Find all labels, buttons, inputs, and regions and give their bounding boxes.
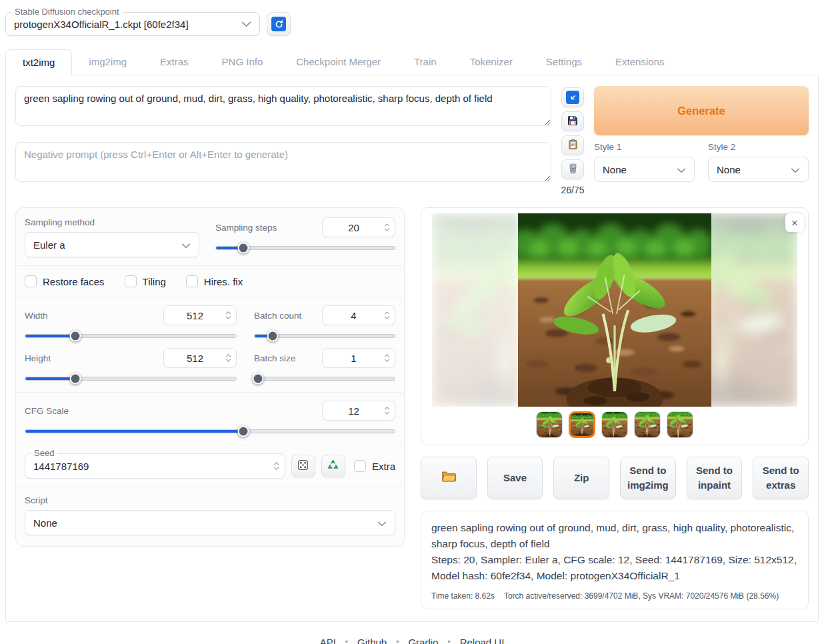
style2-label: Style 2 [708, 142, 809, 152]
style1-dropdown[interactable]: None [594, 157, 695, 182]
tab-png-info[interactable]: PNG Info [205, 49, 280, 75]
gallery-thumbnail[interactable] [634, 411, 661, 438]
tab-tokenizer[interactable]: Tokenizer [453, 49, 529, 75]
width-input[interactable] [163, 305, 237, 325]
hires-fix-checkbox[interactable]: Hires. fix [186, 275, 243, 287]
checkpoint-dropdown[interactable]: Stable Diffusion checkpoint protogenX34O… [5, 12, 260, 36]
generation-params-panel: Sampling method Euler a Sampling steps [15, 207, 405, 547]
spinner-arrows-icon[interactable] [382, 354, 390, 362]
spinner-arrows-icon[interactable] [382, 311, 390, 319]
save-style-button[interactable] [561, 111, 584, 131]
recycle-icon [327, 459, 339, 473]
checkpoint-row: Stable Diffusion checkpoint protogenX34O… [5, 12, 819, 36]
style2-dropdown[interactable]: None [708, 157, 809, 182]
gallery-side-preview [704, 213, 797, 407]
clipboard-icon [567, 139, 579, 152]
cfg-scale-input[interactable] [322, 401, 395, 421]
hires-fix-label: Hires. fix [204, 276, 243, 287]
spinner-arrows-icon[interactable] [382, 407, 390, 415]
send-to-img2img-button[interactable]: Send to img2img [620, 457, 676, 499]
batch-size-input[interactable] [322, 348, 395, 368]
tab-extensions[interactable]: Extensions [599, 49, 681, 75]
tab-txt2img[interactable]: txt2img [5, 49, 72, 75]
send-to-extras-button[interactable]: Send to extras [753, 457, 809, 499]
clear-prompt-button[interactable] [561, 159, 584, 179]
height-input[interactable] [163, 348, 237, 368]
sampling-method-value: Euler a [33, 239, 65, 251]
restore-faces-label: Restore faces [43, 276, 105, 287]
send-to-inpaint-button[interactable]: Send to inpaint [687, 457, 743, 499]
extra-label: Extra [372, 461, 395, 472]
open-folder-button[interactable] [421, 457, 477, 499]
gallery-thumbnail-selected[interactable] [569, 411, 595, 438]
batch-count-slider[interactable] [254, 331, 395, 341]
slider-handle[interactable] [70, 331, 81, 342]
tab-checkpoint-merger[interactable]: Checkpoint Merger [279, 49, 397, 75]
seed-label: Seed [31, 448, 57, 458]
width-slider[interactable] [25, 331, 237, 341]
gallery-thumbnail[interactable] [667, 411, 693, 438]
apply-style-button[interactable] [561, 135, 584, 155]
close-gallery-button[interactable]: × [785, 213, 804, 232]
info-params-text: Steps: 20, Sampler: Euler a, CFG scale: … [431, 552, 798, 584]
random-seed-button[interactable] [291, 455, 315, 477]
footer-link-api[interactable]: API [320, 637, 336, 644]
info-prompt-text: green sapling rowing out of ground, mud,… [431, 520, 798, 552]
sampling-method-dropdown[interactable]: Euler a [25, 232, 199, 257]
spinner-arrows-icon[interactable] [223, 354, 231, 362]
divider [16, 265, 404, 266]
zip-button[interactable]: Zip [553, 457, 609, 499]
slider-handle[interactable] [237, 243, 249, 254]
tab-settings[interactable]: Settings [529, 49, 599, 75]
tiling-checkbox[interactable]: Tiling [125, 275, 166, 287]
tab-train[interactable]: Train [397, 49, 453, 75]
checkpoint-label: Stable Diffusion checkpoint [11, 7, 123, 17]
batch-size-slider[interactable] [254, 373, 395, 384]
generated-image[interactable] [518, 213, 711, 407]
script-dropdown[interactable]: None [25, 510, 395, 535]
spinner-arrows-icon[interactable] [382, 223, 390, 231]
sampling-steps-slider[interactable] [215, 243, 395, 253]
divider [16, 487, 404, 487]
footer-link-gradio[interactable]: Gradio [408, 637, 438, 644]
gallery-thumbnail[interactable] [601, 411, 628, 438]
generate-button[interactable]: Generate [594, 86, 809, 135]
info-time-text: Time taken: 8.62sTorch active/reserved: … [431, 590, 798, 603]
divider [16, 392, 404, 393]
tab-extras[interactable]: Extras [143, 49, 205, 75]
slider-handle[interactable] [253, 373, 264, 385]
script-label: Script [25, 495, 395, 505]
floppy-disk-icon [567, 115, 579, 129]
height-label: Height [25, 353, 51, 363]
chevron-down-icon [791, 164, 800, 175]
negative-prompt-input[interactable] [15, 142, 551, 182]
checkbox-icon [25, 275, 37, 287]
extra-seed-checkbox[interactable]: Extra [354, 460, 395, 472]
restore-faces-checkbox[interactable]: Restore faces [25, 275, 105, 287]
height-slider[interactable] [25, 373, 237, 384]
slider-handle[interactable] [267, 331, 278, 342]
spinner-arrows-icon[interactable] [271, 462, 279, 470]
cfg-scale-slider[interactable] [25, 426, 395, 437]
sampling-method-label: Sampling method [25, 217, 199, 227]
save-button[interactable]: Save [487, 457, 543, 499]
batch-size-label: Batch size [254, 353, 295, 363]
footer-link-reload-ui[interactable]: Reload UI [460, 637, 505, 644]
txt2img-panel: green sapling rowing out of ground, mud,… [5, 75, 819, 622]
slider-handle[interactable] [70, 373, 81, 385]
footer-link-github[interactable]: Github [357, 637, 387, 644]
seed-input[interactable]: Seed [25, 453, 285, 479]
reuse-seed-button[interactable] [321, 455, 345, 477]
gallery-thumbnail[interactable] [536, 411, 563, 438]
footer: API • Github • Gradio • Reload UI python… [5, 637, 819, 644]
tab-img2img[interactable]: img2img [72, 49, 143, 75]
chevron-down-icon [377, 517, 387, 529]
slider-handle[interactable] [238, 426, 249, 437]
style1-label: Style 1 [594, 142, 695, 152]
refresh-checkpoints-button[interactable] [267, 12, 291, 36]
batch-count-input[interactable] [322, 305, 395, 325]
sampling-steps-input[interactable] [322, 217, 395, 237]
spinner-arrows-icon[interactable] [223, 311, 231, 319]
paste-params-button[interactable] [561, 87, 584, 107]
prompt-input[interactable]: green sapling rowing out of ground, mud,… [15, 86, 551, 126]
